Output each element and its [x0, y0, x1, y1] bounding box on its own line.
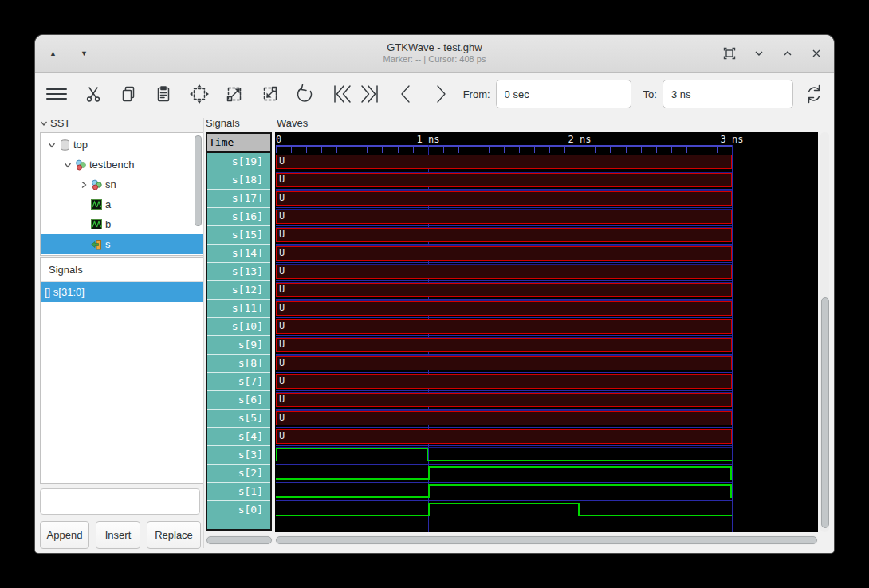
- grid-line-vertical: [732, 145, 733, 532]
- row-separator: [276, 171, 732, 171]
- database-icon: [58, 139, 71, 151]
- signal-name-row[interactable]: s[5]: [207, 410, 270, 428]
- signal-name-row[interactable]: s[11]: [207, 300, 270, 318]
- expander-expanded-icon[interactable]: [45, 141, 58, 149]
- signal-name-row[interactable]: s[17]: [207, 190, 270, 208]
- wave-bus-row-s[18][interactable]: U: [276, 173, 732, 187]
- wave-area[interactable]: 01 ns2 ns3 nsUUUUUUUUUUUUUUUU: [275, 132, 818, 532]
- signal-name-row[interactable]: s[7]: [207, 373, 270, 391]
- wave-bit-segment-s[0][interactable]: [580, 503, 732, 516]
- wave-bit-segment-s[2][interactable]: [276, 466, 428, 480]
- zoom-in-icon[interactable]: [224, 80, 245, 108]
- replace-button[interactable]: Replace: [147, 521, 201, 549]
- signal-name-row[interactable]: s[4]: [207, 428, 270, 446]
- paste-icon[interactable]: [154, 80, 175, 108]
- insert-button[interactable]: Insert: [96, 521, 140, 549]
- titlebar[interactable]: ▲ ▼ GTKWave - test.ghw Marker: -- | Curs…: [35, 35, 834, 73]
- wave-bus-row-s[5][interactable]: U: [276, 411, 732, 425]
- wave-bus-row-s[10][interactable]: U: [276, 319, 732, 334]
- wave-bus-row-s[14][interactable]: U: [276, 246, 732, 261]
- sst-tree[interactable]: toptestbenchsnabs: [40, 132, 203, 256]
- pane-separator[interactable]: [203, 118, 204, 548]
- append-button[interactable]: Append: [40, 521, 89, 549]
- window-subtitle: Marker: -- | Cursor: 408 ps: [383, 54, 486, 65]
- fit-to-window-icon[interactable]: [721, 45, 738, 62]
- wave-bus-row-s[19][interactable]: U: [276, 155, 732, 169]
- previous-edge-icon[interactable]: [395, 80, 416, 108]
- tree-item-label: sn: [105, 178, 116, 190]
- wave-bus-row-s[15][interactable]: U: [276, 228, 732, 242]
- signal-name-row[interactable]: s[19]: [207, 153, 270, 171]
- menu-icon[interactable]: [45, 80, 69, 108]
- tree-item-s[interactable]: s: [41, 234, 203, 254]
- wave-bit-segment-s[3][interactable]: [428, 448, 732, 461]
- wave-bus-row-s[9][interactable]: U: [276, 338, 732, 352]
- signal-name-row[interactable]: s[13]: [207, 263, 270, 281]
- wave-bus-row-s[4][interactable]: U: [276, 429, 732, 444]
- tree-item-sn[interactable]: sn: [41, 174, 203, 194]
- expander-collapsed-icon[interactable]: [77, 181, 90, 189]
- time-header[interactable]: Time: [207, 134, 270, 153]
- tree-item-b[interactable]: b: [41, 214, 203, 234]
- wave-bus-row-s[12][interactable]: U: [276, 283, 732, 297]
- wave-bus-row-s[13][interactable]: U: [276, 265, 732, 279]
- search-input[interactable]: [52, 495, 195, 508]
- reload-icon[interactable]: [804, 80, 824, 108]
- signal-name-row[interactable]: s[8]: [207, 355, 270, 373]
- search-box[interactable]: [40, 488, 200, 515]
- tree-item-a[interactable]: a: [41, 194, 203, 214]
- waves-vscrollbar[interactable]: [820, 132, 829, 532]
- go-to-start-icon[interactable]: [331, 80, 353, 108]
- to-input[interactable]: [663, 80, 793, 108]
- wave-bus-row-s[7][interactable]: U: [276, 374, 732, 389]
- tree-item-top[interactable]: top: [41, 135, 203, 155]
- signal-name-row[interactable]: s[0]: [207, 501, 270, 519]
- timeline-tick-label: 1 ns: [417, 134, 440, 145]
- toolbar: From: To:: [35, 73, 834, 116]
- signal-name-row[interactable]: s[14]: [207, 245, 270, 263]
- signal-name-row[interactable]: s[3]: [207, 446, 270, 465]
- signal-name-row[interactable]: s[9]: [207, 336, 270, 355]
- cut-icon[interactable]: [84, 80, 104, 108]
- wave-bit-segment-s[2][interactable]: [428, 466, 732, 480]
- chevron-down-icon[interactable]: [751, 45, 767, 61]
- signal-name-row[interactable]: s[12]: [207, 281, 270, 300]
- signals-list-item[interactable]: [] s[31:0]: [41, 282, 203, 302]
- signal-name-row[interactable]: s[16]: [207, 208, 270, 226]
- signal-name-row[interactable]: s[10]: [207, 318, 270, 336]
- next-edge-icon[interactable]: [431, 80, 451, 108]
- sst-tree-scrollbar[interactable]: [195, 135, 202, 226]
- zoom-out-icon[interactable]: [260, 80, 281, 108]
- from-input[interactable]: [496, 80, 631, 108]
- wave-bit-segment-s[3][interactable]: [276, 448, 428, 461]
- signal-name-row[interactable]: s[15]: [207, 226, 270, 245]
- signal-name-row[interactable]: s[1]: [207, 483, 270, 501]
- signal-names-column[interactable]: Time s[19]s[18]s[17]s[16]s[15]s[14]s[13]…: [206, 132, 272, 531]
- wave-bit-segment-s[1][interactable]: [276, 484, 428, 498]
- wave-bus-row-s[6][interactable]: U: [276, 393, 732, 407]
- wave-bus-row-s[16][interactable]: U: [276, 210, 732, 224]
- wave-bit-segment-s[0][interactable]: [428, 503, 580, 516]
- sst-header[interactable]: SST: [40, 117, 202, 129]
- wave-bit-segment-s[0][interactable]: [276, 503, 428, 516]
- scroll-up-button[interactable]: ▲: [46, 46, 60, 61]
- wave-bus-row-s[8][interactable]: U: [276, 356, 732, 370]
- wave-bus-row-s[17][interactable]: U: [276, 191, 732, 206]
- zoom-fit-icon[interactable]: [189, 80, 210, 108]
- signal-name-row[interactable]: s[18]: [207, 171, 270, 190]
- waves-hscrollbar[interactable]: [275, 535, 818, 545]
- wave-bit-segment-s[1][interactable]: [428, 484, 732, 498]
- timeline-tick-label: 3 ns: [721, 134, 744, 145]
- names-hscrollbar[interactable]: [206, 535, 273, 545]
- wave-bus-row-s[11][interactable]: U: [276, 301, 732, 316]
- copy-icon[interactable]: [119, 80, 140, 108]
- tree-item-testbench[interactable]: testbench: [41, 155, 203, 174]
- expander-expanded-icon[interactable]: [61, 161, 74, 169]
- signal-name-row[interactable]: s[2]: [207, 465, 270, 483]
- scroll-down-button[interactable]: ▼: [77, 46, 91, 61]
- close-icon[interactable]: [808, 45, 824, 61]
- chevron-up-icon[interactable]: [780, 45, 796, 61]
- undo-icon[interactable]: [295, 80, 316, 108]
- go-to-end-icon[interactable]: [359, 80, 381, 108]
- signal-name-row[interactable]: s[6]: [207, 391, 270, 410]
